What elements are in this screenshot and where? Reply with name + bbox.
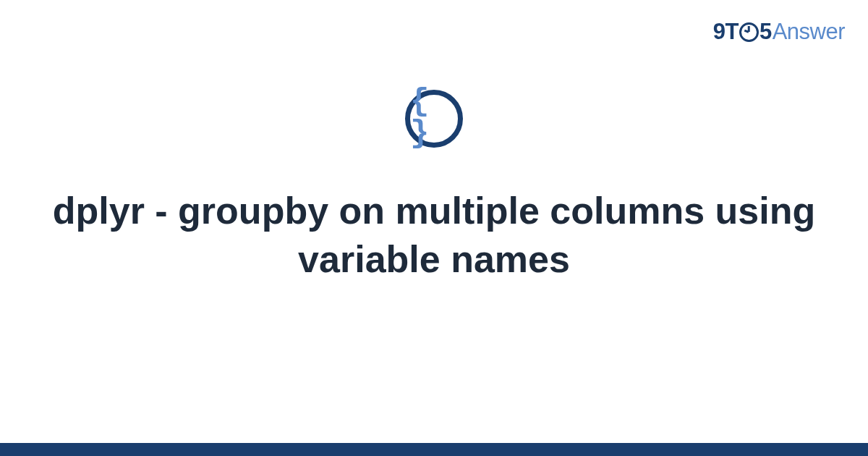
code-braces-icon: { } (410, 85, 458, 149)
icon-ring: { } (405, 90, 463, 148)
page-title: dplyr - groupby on multiple columns usin… (0, 187, 868, 283)
site-logo: 9T 5 Answer (713, 19, 845, 45)
footer-accent-bar (0, 443, 868, 456)
logo-text-5: 5 (760, 19, 772, 45)
topic-icon: { } (405, 90, 463, 148)
logo-text-9t: 9T (713, 19, 739, 45)
clock-icon (739, 22, 759, 42)
logo-text-answer: Answer (773, 19, 845, 45)
